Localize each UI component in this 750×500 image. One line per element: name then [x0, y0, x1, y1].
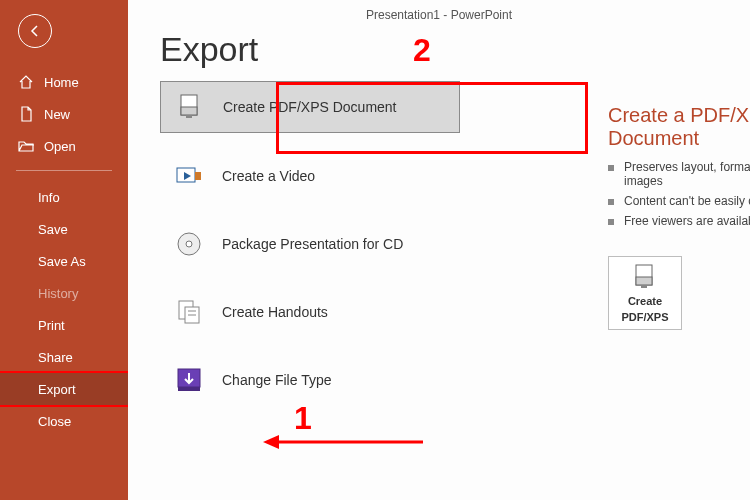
- export-options-list: Create PDF/XPS Document Create a Video: [160, 81, 460, 405]
- annotation-step-2: 2: [413, 32, 431, 69]
- svg-rect-18: [641, 285, 647, 288]
- svg-rect-1: [181, 107, 197, 115]
- option-package-cd[interactable]: Package Presentation for CD: [160, 219, 460, 269]
- sidebar-item-open[interactable]: Open: [0, 130, 128, 162]
- sidebar-item-info[interactable]: Info: [0, 181, 128, 213]
- svg-rect-5: [195, 172, 201, 180]
- main-panel: Presentation1 - PowerPoint Export Create…: [128, 0, 750, 500]
- backstage-sidebar: Home New Open Info Save Save As History: [0, 0, 128, 500]
- option-label: Change File Type: [222, 372, 331, 388]
- annotation-arrow-icon: [263, 432, 423, 452]
- home-icon: [18, 74, 34, 90]
- sidebar-item-label: Home: [44, 75, 79, 90]
- back-arrow-icon: [27, 23, 43, 39]
- pdf-document-icon: [631, 263, 659, 291]
- sidebar-item-new[interactable]: New: [0, 98, 128, 130]
- sidebar-item-close[interactable]: Close: [0, 405, 128, 437]
- sidebar-item-label: Open: [44, 139, 76, 154]
- sidebar-item-save[interactable]: Save: [0, 213, 128, 245]
- sidebar-item-print[interactable]: Print: [0, 309, 128, 341]
- details-bullet: Content can't be easily changed: [608, 194, 750, 208]
- svg-point-7: [186, 241, 192, 247]
- svg-rect-13: [178, 387, 200, 391]
- sidebar-item-label: Share: [38, 350, 73, 365]
- option-label: Create PDF/XPS Document: [223, 99, 397, 115]
- sidebar-item-label: Close: [38, 414, 71, 429]
- back-button[interactable]: [18, 14, 52, 48]
- svg-rect-2: [186, 115, 192, 118]
- svg-rect-17: [636, 277, 652, 285]
- details-bullet: Preserves layout, formatting, fonts, and…: [608, 160, 750, 188]
- button-label-line2: PDF/XPS: [621, 311, 668, 323]
- sidebar-item-label: Save As: [38, 254, 86, 269]
- window-title: Presentation1 - PowerPoint: [366, 8, 512, 22]
- option-create-video[interactable]: Create a Video: [160, 151, 460, 201]
- sidebar-item-label: Save: [38, 222, 68, 237]
- pdf-document-icon: [175, 92, 205, 122]
- details-title: Create a PDF/XPS Document: [608, 104, 750, 150]
- option-label: Create Handouts: [222, 304, 328, 320]
- sidebar-item-history[interactable]: History: [0, 277, 128, 309]
- sidebar-item-share[interactable]: Share: [0, 341, 128, 373]
- sidebar-item-label: History: [38, 286, 78, 301]
- button-label-line1: Create: [628, 295, 662, 307]
- sidebar-item-save-as[interactable]: Save As: [0, 245, 128, 277]
- change-file-type-icon: [174, 365, 204, 395]
- new-file-icon: [18, 106, 34, 122]
- svg-marker-15: [263, 435, 279, 449]
- sidebar-item-export[interactable]: Export: [0, 373, 128, 405]
- cd-icon: [174, 229, 204, 259]
- open-folder-icon: [18, 138, 34, 154]
- option-label: Package Presentation for CD: [222, 236, 403, 252]
- details-panel: Create a PDF/XPS Document Preserves layo…: [608, 104, 750, 330]
- sidebar-item-label: Print: [38, 318, 65, 333]
- option-change-file-type[interactable]: Change File Type: [160, 355, 460, 405]
- sidebar-item-label: Info: [38, 190, 60, 205]
- details-bullet: Free viewers are available on the web: [608, 214, 750, 228]
- sidebar-item-label: Export: [38, 382, 76, 397]
- sidebar-separator: [16, 170, 112, 171]
- create-pdf-xps-button[interactable]: Create PDF/XPS: [608, 256, 682, 330]
- sidebar-item-home[interactable]: Home: [0, 66, 128, 98]
- handouts-icon: [174, 297, 204, 327]
- option-label: Create a Video: [222, 168, 315, 184]
- page-title: Export: [160, 30, 750, 69]
- option-create-handouts[interactable]: Create Handouts: [160, 287, 460, 337]
- sidebar-item-label: New: [44, 107, 70, 122]
- video-icon: [174, 161, 204, 191]
- option-create-pdf-xps[interactable]: Create PDF/XPS Document: [160, 81, 460, 133]
